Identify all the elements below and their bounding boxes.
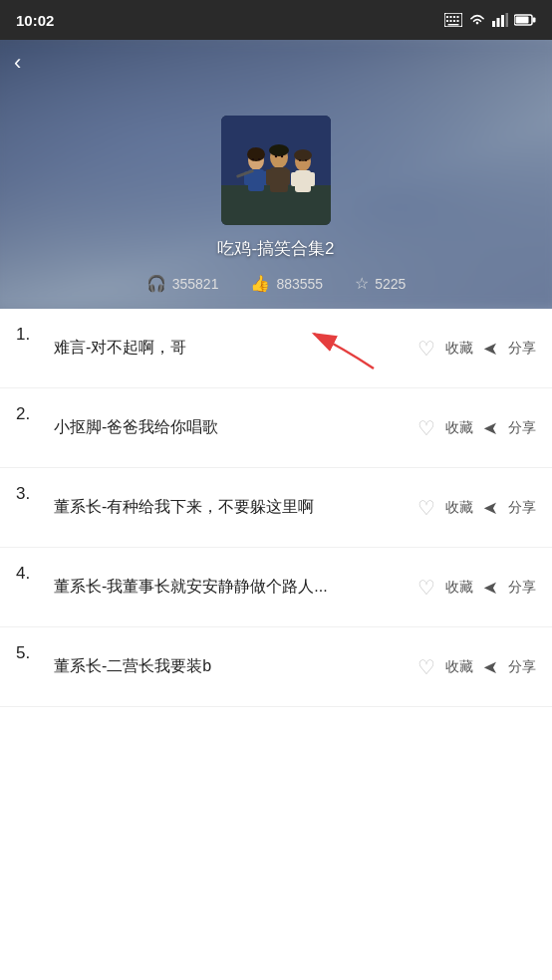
share-button-3[interactable]: ➤: [483, 497, 498, 519]
share-label-4[interactable]: 分享: [508, 579, 536, 597]
svg-rect-4: [457, 16, 459, 18]
svg-rect-36: [291, 172, 297, 186]
share-button-1[interactable]: ➤: [483, 338, 498, 360]
svg-rect-35: [295, 170, 311, 192]
share-label-2[interactable]: 分享: [508, 419, 536, 437]
song-info-1: 难言-对不起啊，哥: [46, 337, 417, 359]
album-title: 吃鸡-搞笑合集2: [217, 237, 334, 260]
song-number-4: 4.: [16, 562, 46, 584]
song-actions-1: ♡ 收藏 ➤ 分享: [417, 337, 536, 361]
share-button-2[interactable]: ➤: [483, 417, 498, 439]
song-info-3: 董系长-有种给我下来，不要躲这里啊: [46, 496, 417, 518]
status-icons: [444, 13, 536, 27]
back-button[interactable]: ‹: [14, 50, 21, 76]
heart-button-3[interactable]: ♡: [417, 496, 435, 520]
song-actions-3: ♡ 收藏 ➤ 分享: [417, 496, 536, 520]
collect-button-2[interactable]: 收藏: [445, 419, 473, 437]
stat-stars: ☆ 5225: [355, 274, 406, 293]
stat-plays: 🎧 355821: [146, 274, 219, 293]
svg-rect-16: [533, 18, 536, 23]
song-item-1[interactable]: 1. 难言-对不起啊，哥 ♡ 收藏 ➤ 分享: [0, 309, 552, 388]
song-number-partial: [16, 721, 46, 723]
song-item-2[interactable]: 2. 小抠脚-爸爸我给你唱歌 ♡ 收藏 ➤ 分享: [0, 388, 552, 468]
heart-button-4[interactable]: ♡: [417, 576, 435, 600]
headphone-icon: 🎧: [146, 274, 166, 293]
song-title-5: 董系长-二营长我要装b: [54, 655, 410, 677]
song-title-1: 难言-对不起啊，哥: [54, 337, 410, 359]
svg-point-39: [299, 159, 301, 161]
song-actions-5: ♡ 收藏 ➤ 分享: [417, 655, 536, 679]
stat-likes-value: 883555: [276, 276, 323, 292]
svg-point-25: [252, 158, 254, 160]
song-title-2: 小抠脚-爸爸我给你唱歌: [54, 416, 410, 438]
svg-rect-1: [446, 16, 448, 18]
svg-rect-2: [450, 16, 452, 18]
collect-button-3[interactable]: 收藏: [445, 499, 473, 517]
song-number-1: 1.: [16, 323, 46, 345]
song-item-4[interactable]: 4. 董系长-我董事长就安安静静做个路人... ♡ 收藏 ➤ 分享: [0, 548, 552, 627]
star-icon: ☆: [355, 274, 369, 293]
song-title-3: 董系长-有种给我下来，不要躲这里啊: [54, 496, 410, 518]
thumbup-icon: 👍: [250, 274, 270, 293]
svg-point-32: [275, 155, 277, 157]
svg-rect-29: [266, 169, 272, 185]
hero-section: ‹: [0, 40, 552, 309]
collect-button-4[interactable]: 收藏: [445, 579, 473, 597]
song-actions-4: ♡ 收藏 ➤ 分享: [417, 576, 536, 600]
svg-rect-30: [284, 169, 290, 185]
stat-likes: 👍 883555: [250, 274, 323, 293]
svg-rect-5: [446, 20, 448, 22]
svg-point-24: [247, 147, 265, 161]
keyboard-icon: [444, 13, 462, 27]
svg-rect-37: [309, 172, 315, 186]
battery-icon: [514, 14, 536, 26]
share-label-5[interactable]: 分享: [508, 658, 536, 676]
stat-stars-value: 5225: [375, 276, 406, 292]
heart-button-2[interactable]: ♡: [417, 416, 435, 440]
status-bar: 10:02: [0, 0, 552, 40]
collect-button-1[interactable]: 收藏: [445, 340, 473, 358]
svg-rect-9: [448, 24, 459, 26]
share-label-1[interactable]: 分享: [508, 340, 536, 358]
svg-rect-15: [516, 17, 529, 24]
collect-button-5[interactable]: 收藏: [445, 658, 473, 676]
svg-rect-6: [450, 20, 452, 22]
svg-point-40: [305, 159, 307, 161]
svg-rect-13: [506, 13, 509, 27]
song-list: 1. 难言-对不起啊，哥 ♡ 收藏 ➤ 分享: [0, 309, 552, 757]
song-info-5: 董系长-二营长我要装b: [46, 655, 417, 677]
stats-row: 🎧 355821 👍 883555 ☆ 5225: [146, 274, 407, 293]
share-button-5[interactable]: ➤: [483, 656, 498, 678]
song-info-2: 小抠脚-爸爸我给你唱歌: [46, 416, 417, 438]
svg-rect-10: [492, 21, 495, 27]
song-item-3[interactable]: 3. 董系长-有种给我下来，不要躲这里啊 ♡ 收藏 ➤ 分享: [0, 468, 552, 548]
heart-button-1[interactable]: ♡: [417, 337, 435, 361]
svg-point-26: [258, 158, 260, 160]
share-button-4[interactable]: ➤: [483, 577, 498, 599]
heart-button-5[interactable]: ♡: [417, 655, 435, 679]
svg-point-31: [269, 144, 289, 156]
stat-plays-value: 355821: [172, 276, 219, 292]
song-info-4: 董系长-我董事长就安安静静做个路人...: [46, 576, 417, 598]
song-actions-2: ♡ 收藏 ➤ 分享: [417, 416, 536, 440]
song-title-4: 董系长-我董事长就安安静静做个路人...: [54, 576, 410, 598]
album-art: [221, 116, 331, 225]
song-number-3: 3.: [16, 482, 46, 504]
wifi-icon: [468, 13, 486, 27]
svg-point-33: [281, 155, 283, 157]
song-number-2: 2.: [16, 402, 46, 424]
song-item-5[interactable]: 5. 董系长-二营长我要装b ♡ 收藏 ➤ 分享: [0, 627, 552, 707]
svg-rect-12: [501, 15, 504, 27]
share-label-3[interactable]: 分享: [508, 499, 536, 517]
svg-rect-3: [453, 16, 455, 18]
song-item-partial: [0, 707, 552, 757]
svg-rect-7: [453, 20, 455, 22]
svg-rect-11: [497, 18, 500, 27]
svg-rect-8: [457, 20, 459, 22]
time: 10:02: [16, 12, 54, 29]
song-number-5: 5.: [16, 641, 46, 663]
signal-icon: [492, 13, 508, 27]
svg-point-38: [294, 149, 312, 161]
